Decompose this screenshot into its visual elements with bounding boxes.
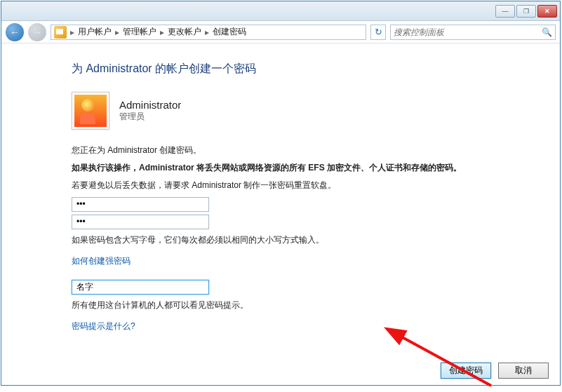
info-line-1: 您正在为 Administrator 创建密码。 [72, 144, 532, 157]
page-title: 为 Administrator 的帐户创建一个密码 [72, 62, 532, 76]
info-line-3: 若要避免以后丢失数据，请要求 Administrator 制作一张密码重置软盘。 [72, 179, 532, 192]
create-password-button[interactable]: 创建密码 [441, 363, 491, 379]
chevron-right-icon: ▸ [204, 27, 210, 37]
crumb-create-pwd[interactable]: 创建密码 [210, 26, 249, 38]
hint-note: 所有使用这台计算机的人都可以看见密码提示。 [72, 299, 532, 312]
crumb-users[interactable]: 用户帐户 [75, 26, 114, 38]
forward-button[interactable]: → [28, 23, 46, 41]
hint-help-link[interactable]: 密码提示是什么? [72, 320, 135, 332]
nav-bar: ← → ▸ 用户帐户 ▸ 管理帐户 ▸ 更改帐户 ▸ 创建密码 ↻ 🔍 [1, 21, 560, 43]
new-password-input[interactable] [72, 197, 209, 212]
refresh-button[interactable]: ↻ [370, 25, 386, 40]
password-hint-input[interactable] [72, 280, 209, 295]
info-line-2: 如果执行该操作，Administrator 将丢失网站或网络资源的所有 EFS … [72, 161, 532, 175]
flower-icon [74, 95, 107, 127]
crumb-manage[interactable]: 管理帐户 [120, 26, 159, 38]
search-icon[interactable]: 🔍 [542, 27, 552, 37]
confirm-password-input[interactable] [72, 215, 209, 229]
crumb-change[interactable]: 更改帐户 [165, 26, 204, 38]
breadcrumb[interactable]: ▸ 用户帐户 ▸ 管理帐户 ▸ 更改帐户 ▸ 创建密码 [51, 25, 366, 40]
maximize-button[interactable]: ❐ [516, 5, 536, 18]
caps-note: 如果密码包含大写字母，它们每次都必须以相同的大小写方式输入。 [72, 234, 532, 247]
control-panel-icon [54, 26, 67, 39]
chevron-right-icon: ▸ [114, 27, 120, 37]
content-area: 为 Administrator 的帐户创建一个密码 Administrator … [1, 45, 560, 356]
chevron-right-icon: ▸ [69, 27, 75, 37]
search-box[interactable]: 🔍 [390, 25, 556, 40]
cancel-button[interactable]: 取消 [498, 363, 549, 379]
minimize-button[interactable]: — [495, 5, 515, 18]
close-button[interactable]: ✕ [537, 5, 557, 18]
strong-password-link[interactable]: 如何创建强密码 [72, 255, 131, 267]
avatar [72, 92, 109, 130]
window-titlebar: — ❐ ✕ [1, 1, 560, 21]
search-input[interactable] [394, 27, 542, 37]
user-role: 管理员 [119, 111, 181, 123]
back-button[interactable]: ← [6, 23, 24, 41]
chevron-right-icon: ▸ [159, 27, 165, 37]
user-summary: Administrator 管理员 [72, 92, 532, 130]
footer: 创建密码 取消 [1, 356, 560, 385]
user-name: Administrator [119, 99, 181, 111]
